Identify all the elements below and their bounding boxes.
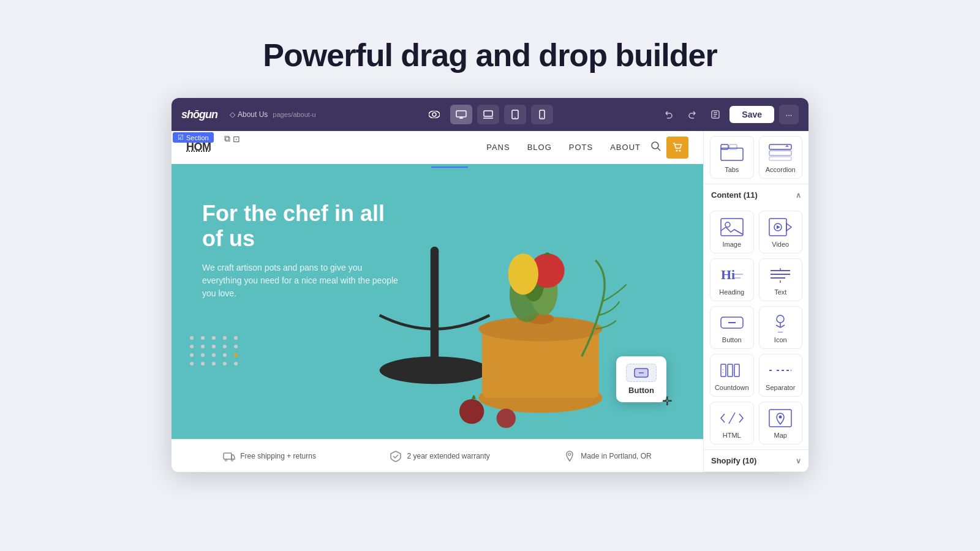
panel-item-html[interactable]: HTML <box>710 402 754 444</box>
content-section-title: Content (11) <box>711 190 758 200</box>
section-label-text: Section <box>186 134 209 141</box>
svg-rect-32 <box>721 148 743 160</box>
footer-item-shipping: Free shipping + returns <box>223 450 316 462</box>
shopify-section-title: Shopify (10) <box>711 456 756 465</box>
history-button[interactable] <box>706 105 725 124</box>
dot-4 <box>223 336 227 340</box>
accordion-icon <box>767 141 794 163</box>
svg-rect-36 <box>769 151 791 156</box>
site-nav: HŌM PANS BLOG POTS ABOUT <box>172 131 703 164</box>
cart-button[interactable] <box>666 137 688 159</box>
content-grid: Image Video <box>704 206 809 449</box>
panel-item-heading[interactable]: Hi Heading <box>710 258 754 301</box>
dot-19 <box>223 362 227 365</box>
desktop-button[interactable] <box>450 105 472 124</box>
svg-rect-34 <box>729 144 737 149</box>
breadcrumb: ◇ About Us pages/about-u <box>230 110 316 119</box>
panel-item-button[interactable]: Button <box>710 306 754 349</box>
dot-3 <box>212 336 216 340</box>
undo-button[interactable] <box>660 105 678 124</box>
panel-item-image[interactable]: Image <box>710 211 754 253</box>
nav-link-pots[interactable]: POTS <box>569 143 593 152</box>
dot-18 <box>212 362 216 365</box>
shopify-chevron-icon: ∨ <box>796 457 801 465</box>
content-chevron-icon: ∧ <box>796 191 801 200</box>
nav-link-about[interactable]: ABOUT <box>610 143 641 152</box>
text-icon <box>767 264 794 286</box>
panel-item-accordion[interactable]: Accordion <box>759 136 803 179</box>
svg-rect-2 <box>456 111 466 117</box>
dot-16 <box>190 362 194 365</box>
warranty-text: 2 year extended warranty <box>407 452 489 460</box>
svg-point-31 <box>568 453 571 455</box>
breadcrumb-sub: pages/about-u <box>273 111 315 118</box>
nav-link-pans[interactable]: PANS <box>486 143 510 152</box>
panel-item-map[interactable]: Map <box>759 402 803 444</box>
hero-section[interactable]: For the chef in all of us We craft artis… <box>172 164 703 439</box>
footer-item-location: Made in Portland, OR <box>564 450 651 462</box>
icon-widget-icon <box>767 312 794 334</box>
nav-link-blog[interactable]: BLOG <box>527 143 552 152</box>
panel-top-section: Tabs Accordion <box>704 131 809 184</box>
video-icon <box>767 216 794 238</box>
tablet-button[interactable] <box>504 105 526 124</box>
site-nav-links: PANS BLOG POTS ABOUT <box>486 143 641 152</box>
svg-point-14 <box>380 356 490 384</box>
save-button[interactable]: Save <box>729 106 774 123</box>
hero-description: We craft artison pots and pans to give y… <box>202 261 398 300</box>
video-label: Video <box>772 241 789 248</box>
map-icon <box>767 407 794 429</box>
site-nav-icons <box>650 137 688 159</box>
button-icon <box>718 312 745 334</box>
svg-point-39 <box>725 222 730 227</box>
dot-9 <box>223 345 227 348</box>
search-icon-button[interactable] <box>650 141 662 154</box>
dot-17 <box>201 362 205 365</box>
svg-point-30 <box>232 459 233 461</box>
logo: shōgun <box>181 108 217 121</box>
svg-point-29 <box>225 459 227 461</box>
panel-item-tabs[interactable]: Tabs <box>710 136 754 179</box>
preview-button[interactable] <box>423 105 445 124</box>
heading-icon: Hi <box>718 264 745 286</box>
countdown-label: Countdown <box>715 384 749 391</box>
section-copy-button[interactable]: ⧉ <box>224 133 230 144</box>
dot-20 <box>234 362 238 365</box>
more-button[interactable]: ··· <box>779 105 799 124</box>
panel-item-separator[interactable]: Separator <box>759 354 803 397</box>
panel-item-countdown[interactable]: : : Countdown <box>710 354 754 397</box>
svg-point-25 <box>497 409 516 428</box>
focus-line <box>431 167 468 168</box>
mobile-button[interactable] <box>531 105 553 124</box>
panel-item-video[interactable]: Video <box>759 211 803 253</box>
device-toolbar <box>323 105 653 124</box>
dragging-button-label: Button <box>628 386 654 395</box>
panel-top-grid: Tabs Accordion <box>704 131 809 184</box>
warranty-icon <box>390 450 402 462</box>
dragging-button-widget: Button <box>616 356 666 402</box>
tabs-label: Tabs <box>725 166 739 173</box>
content-section-header[interactable]: Content (11) ∧ <box>704 184 809 206</box>
shopify-section-header[interactable]: Shopify (10) ∨ <box>704 450 809 471</box>
separator-label: Separator <box>766 384 795 391</box>
svg-rect-38 <box>721 219 743 236</box>
image-label: Image <box>722 241 741 248</box>
panel-shopify-section: Shopify (10) ∨ <box>704 450 809 472</box>
map-label: Map <box>774 432 787 439</box>
redo-button[interactable] <box>683 105 701 124</box>
top-bar-right: Save ··· <box>660 105 799 124</box>
canvas-area: HŌM PANS BLOG POTS ABOUT <box>172 131 703 472</box>
laptop-button[interactable] <box>477 105 499 124</box>
dot-8 <box>212 345 216 348</box>
button-label: Button <box>722 336 742 343</box>
panel-item-text[interactable]: Text <box>759 258 803 301</box>
panel-item-icon[interactable]: Icon <box>759 306 803 349</box>
tabs-icon <box>718 141 745 163</box>
dot-14 <box>223 353 227 357</box>
dot-5 <box>234 336 238 340</box>
footer-bar: Free shipping + returns 2 year extended … <box>172 439 703 472</box>
section-delete-button[interactable]: ⊡ <box>233 133 240 144</box>
dot-11 <box>190 353 194 357</box>
logo-area: shōgun <box>181 108 217 121</box>
dot-6 <box>190 345 194 348</box>
